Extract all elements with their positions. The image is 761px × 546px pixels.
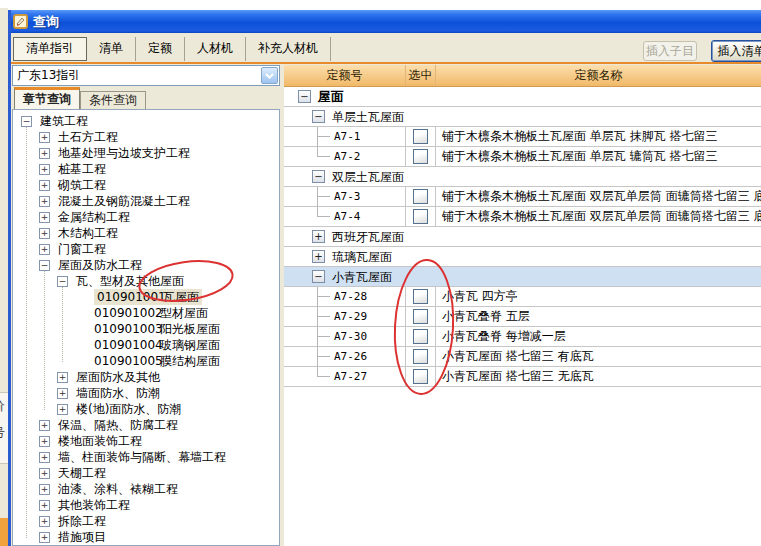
column-header-name[interactable]: 定额名称 xyxy=(436,65,761,86)
tree-node-措施项目[interactable]: +措施项目 xyxy=(13,529,279,545)
table-row-A7-26[interactable]: A7-26小青瓦屋面 搭七留三 有底瓦 xyxy=(284,347,761,367)
table-row-A7-28[interactable]: A7-28小青瓦 四方亭 xyxy=(284,287,761,307)
tree-node-楼(地)面防水、防潮[interactable]: +楼(地)面防水、防潮 xyxy=(13,401,279,417)
tab-清单[interactable]: 清单 xyxy=(87,37,136,61)
row-connector xyxy=(317,136,330,137)
tree-node-混凝土及钢筋混凝土工程[interactable]: +混凝土及钢筋混凝土工程 xyxy=(13,193,279,209)
tree-expand-toggle[interactable]: + xyxy=(39,420,50,431)
tree-node-屋面防水及其他[interactable]: +屋面防水及其他 xyxy=(13,369,279,385)
table-row-A7-1[interactable]: A7-1铺于木檩条木桷板土瓦屋面 单层瓦 抹脚瓦 搭七留三 xyxy=(284,127,761,147)
tree-expand-toggle[interactable]: − xyxy=(21,116,32,127)
tree-node-墙面防水、防潮[interactable]: +墙面防水、防潮 xyxy=(13,385,279,401)
tree-item-code: 010901002 xyxy=(94,305,160,321)
row-checkbox-A7-3[interactable] xyxy=(413,189,428,204)
tree-item-010901005[interactable]: 010901005膜结构屋面 xyxy=(13,353,279,369)
table-row-A7-27[interactable]: A7-27小青瓦屋面 搭七留三 无底瓦 xyxy=(284,367,761,387)
tree-expand-toggle[interactable]: + xyxy=(57,372,68,383)
tree-node-瓦、型材及其他屋面[interactable]: −瓦、型材及其他屋面 xyxy=(13,273,279,289)
table-group-toggle[interactable]: − xyxy=(312,270,325,283)
tree-expand-toggle[interactable]: + xyxy=(39,132,50,143)
tree-expand-toggle[interactable]: + xyxy=(39,180,50,191)
insert-subitem-button[interactable]: 插入子目 xyxy=(643,41,697,61)
table-row-A7-29[interactable]: A7-29小青瓦叠脊 五层 xyxy=(284,307,761,327)
tree-node-油漆、涂料、裱糊工程[interactable]: +油漆、涂料、裱糊工程 xyxy=(13,481,279,497)
tree-node-其他装饰工程[interactable]: +其他装饰工程 xyxy=(13,497,279,513)
table-row-A7-3[interactable]: A7-3铺于木檩条木桷板土瓦屋面 双层瓦单层筒 面辘筒搭七留三 底 xyxy=(284,187,761,207)
insert-list-button[interactable]: 插入清单 xyxy=(711,40,761,62)
tree-expand-toggle[interactable]: + xyxy=(39,148,50,159)
table-group-toggle[interactable]: + xyxy=(312,250,325,263)
tree-expand-toggle[interactable]: + xyxy=(39,452,50,463)
tab-定额[interactable]: 定额 xyxy=(136,37,185,61)
row-checkbox-A7-4[interactable] xyxy=(413,209,428,224)
row-checkbox-A7-29[interactable] xyxy=(413,309,428,324)
tree-expand-toggle[interactable]: + xyxy=(39,532,50,543)
table-group-西班牙瓦屋面[interactable]: +西班牙瓦屋面 xyxy=(284,227,761,247)
table-group-toggle[interactable]: − xyxy=(312,170,325,183)
table-group-屋面[interactable]: −屋面 xyxy=(284,87,761,107)
column-header-selected[interactable]: 选中 xyxy=(406,65,436,86)
tree-node-土石方工程[interactable]: +土石方工程 xyxy=(13,129,279,145)
row-checkbox-A7-28[interactable] xyxy=(413,289,428,304)
table-group-label: 琉璃瓦屋面 xyxy=(332,247,392,267)
tree-node-地基处理与边坡支护工程[interactable]: +地基处理与边坡支护工程 xyxy=(13,145,279,161)
table-group-琉璃瓦屋面[interactable]: +琉璃瓦屋面 xyxy=(284,247,761,267)
quota-code: A7-30 xyxy=(334,330,367,343)
tree-expand-toggle[interactable]: + xyxy=(39,436,50,447)
tab-补充人材机[interactable]: 补充人材机 xyxy=(246,37,331,61)
tab-人材机[interactable]: 人材机 xyxy=(185,37,246,61)
tree-expand-toggle[interactable]: + xyxy=(57,404,68,415)
row-checkbox-A7-26[interactable] xyxy=(413,349,428,364)
titlebar[interactable]: 查询 xyxy=(8,10,761,33)
table-group-单层土瓦屋面[interactable]: −单层土瓦屋面 xyxy=(284,107,761,127)
tree-expand-toggle[interactable]: + xyxy=(39,516,50,527)
tree-item-010901004[interactable]: 010901004玻璃钢屋面 xyxy=(13,337,279,353)
tree-item-010901001[interactable]: 010901001瓦屋面 xyxy=(13,289,279,305)
tree-expand-toggle[interactable]: + xyxy=(39,196,50,207)
tree-expand-toggle[interactable]: − xyxy=(57,276,68,287)
tree-expand-toggle[interactable]: + xyxy=(39,484,50,495)
tree-node-屋面及防水工程[interactable]: −屋面及防水工程 xyxy=(13,257,279,273)
tree-expand-toggle[interactable]: + xyxy=(39,212,50,223)
table-group-toggle[interactable]: + xyxy=(312,230,325,243)
tree-node-天棚工程[interactable]: +天棚工程 xyxy=(13,465,279,481)
table-row-A7-30[interactable]: A7-30小青瓦叠脊 每增减一层 xyxy=(284,327,761,347)
table-group-toggle[interactable]: − xyxy=(312,110,325,123)
table-row-A7-4[interactable]: A7-4铺于木檩条木桷板土瓦屋面 双层瓦单层筒 面辘筒搭七留三 底 xyxy=(284,207,761,227)
table-group-toggle[interactable]: − xyxy=(298,90,311,103)
tree-expand-toggle[interactable]: − xyxy=(39,260,50,271)
tree-node-保温、隔热、防腐工程[interactable]: +保温、隔热、防腐工程 xyxy=(13,417,279,433)
tree-expand-toggle[interactable]: + xyxy=(39,244,50,255)
column-header-code[interactable]: 定额号 xyxy=(284,65,406,86)
tree-node-金属结构工程[interactable]: +金属结构工程 xyxy=(13,209,279,225)
table-row-A7-2[interactable]: A7-2铺于木檩条木桷板土瓦屋面 单层瓦 辘筒瓦 搭七留三 xyxy=(284,147,761,167)
tree-node-桩基工程[interactable]: +桩基工程 xyxy=(13,161,279,177)
tab-清单指引[interactable]: 清单指引 xyxy=(13,37,87,61)
tree-node-砌筑工程[interactable]: +砌筑工程 xyxy=(13,177,279,193)
table-group-双层土瓦屋面[interactable]: −双层土瓦屋面 xyxy=(284,167,761,187)
checkbox-cell xyxy=(406,127,436,146)
tree-item-010901003[interactable]: 010901003阳光板屋面 xyxy=(13,321,279,337)
table-group-小青瓦屋面[interactable]: −小青瓦屋面 xyxy=(284,267,761,287)
tree-node-建筑工程[interactable]: −建筑工程 xyxy=(13,113,279,129)
tree-expand-toggle[interactable]: + xyxy=(39,468,50,479)
row-checkbox-A7-27[interactable] xyxy=(413,369,428,384)
tree-item-010901002[interactable]: 010901002型材屋面 xyxy=(13,305,279,321)
background-window-orange xyxy=(0,518,8,546)
tree-node-拆除工程[interactable]: +拆除工程 xyxy=(13,513,279,529)
left-tab-章节查询[interactable]: 章节查询 xyxy=(14,87,80,109)
left-tab-条件查询[interactable]: 条件查询 xyxy=(80,91,146,109)
tree-node-木结构工程[interactable]: +木结构工程 xyxy=(13,225,279,241)
tree-expand-toggle[interactable]: + xyxy=(39,164,50,175)
tree-node-墙、柱面装饰与隔断、幕墙工程[interactable]: +墙、柱面装饰与隔断、幕墙工程 xyxy=(13,449,279,465)
chevron-down-icon[interactable] xyxy=(261,67,278,84)
row-checkbox-A7-30[interactable] xyxy=(413,329,428,344)
tree-node-楼地面装饰工程[interactable]: +楼地面装饰工程 xyxy=(13,433,279,449)
tree-node-门窗工程[interactable]: +门窗工程 xyxy=(13,241,279,257)
tree-expand-toggle[interactable]: + xyxy=(39,228,50,239)
row-checkbox-A7-1[interactable] xyxy=(413,129,428,144)
tree-expand-toggle[interactable]: + xyxy=(57,388,68,399)
row-checkbox-A7-2[interactable] xyxy=(413,149,428,164)
tree-expand-toggle[interactable]: + xyxy=(39,500,50,511)
guide-dropdown[interactable]: 广东13指引 xyxy=(12,65,280,86)
